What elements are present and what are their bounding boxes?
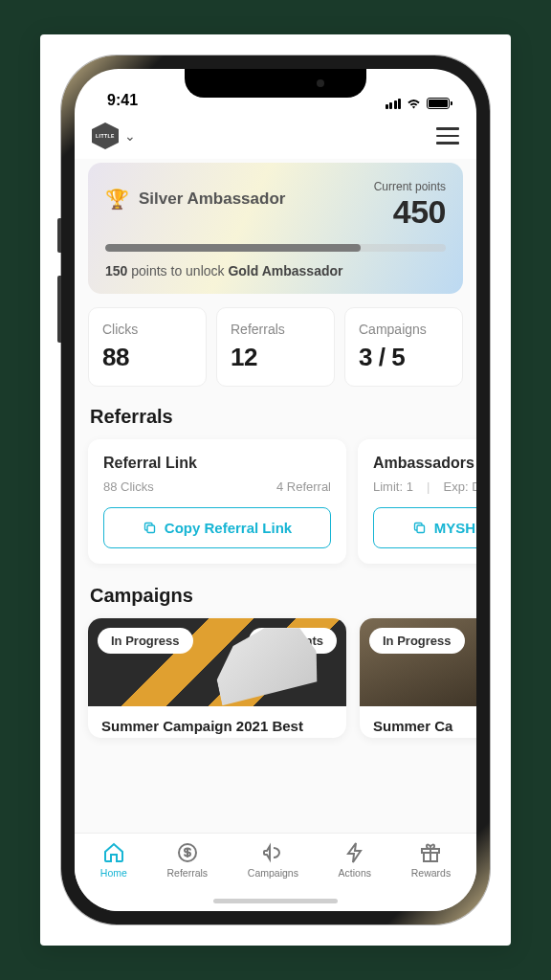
unlock-mid: points to unlock — [127, 263, 228, 278]
referral-card-title: Ambassadors Frie — [373, 455, 476, 472]
home-indicator[interactable] — [213, 899, 338, 903]
copy-referral-button[interactable]: Copy Referral Link — [103, 507, 331, 548]
tier-unlock-text: 150 points to unlock Gold Ambassador — [105, 263, 446, 278]
brand-logo: LITTLE — [92, 122, 119, 149]
status-icons — [386, 98, 451, 109]
camera-dot — [317, 79, 324, 87]
nav-rewards[interactable]: Rewards — [411, 841, 451, 879]
home-icon — [102, 841, 125, 864]
referral-limit: Limit: 1 — [373, 479, 413, 494]
nav-label: Campaigns — [248, 867, 298, 879]
app-header: LITTLE ⌄ — [75, 113, 476, 159]
chevron-down-icon: ⌄ — [124, 128, 136, 144]
cellular-icon — [386, 99, 402, 109]
tier-progress-fill — [105, 244, 361, 252]
phone-frame: 9:41 LITTLE ⌄ 🏆 Silver Ambassador — [61, 56, 490, 924]
stat-card-referrals[interactable]: Referrals 12 — [216, 307, 335, 387]
points-value: 450 — [374, 193, 446, 231]
copy-icon — [143, 521, 157, 535]
brand-logo-text: LITTLE — [96, 133, 115, 139]
referral-card-title: Referral Link — [103, 455, 331, 472]
copy-code-button[interactable]: MYSH — [373, 507, 476, 548]
unlock-target: Gold Ambassador — [228, 263, 342, 278]
screen: 9:41 LITTLE ⌄ 🏆 Silver Ambassador — [75, 69, 476, 911]
gift-icon — [419, 841, 442, 864]
main-content: 🏆 Silver Ambassador Current points 450 1… — [75, 159, 476, 833]
stats-row: Clicks 88 Referrals 12 Campaigns 3 / 5 — [88, 307, 463, 387]
device-mockup-frame: 9:41 LITTLE ⌄ 🏆 Silver Ambassador — [40, 34, 511, 946]
copy-button-label: Copy Referral Link — [165, 520, 292, 536]
points-label: Current points — [374, 180, 446, 193]
stat-card-clicks[interactable]: Clicks 88 — [88, 307, 207, 387]
notch — [185, 69, 366, 98]
stat-value: 12 — [231, 343, 320, 372]
nav-label: Rewards — [411, 867, 451, 879]
nav-label: Home — [100, 867, 127, 879]
referral-cards-row: Referral Link 88 Clicks 4 Referral Copy … — [88, 439, 463, 564]
section-title-referrals: Referrals — [90, 406, 461, 428]
trophy-icon: 🏆 — [105, 188, 129, 211]
status-badge: In Progress — [98, 628, 193, 654]
referral-card-ambassadors[interactable]: Ambassadors Frie Limit: 1 | Exp: Dec. 30… — [358, 439, 476, 564]
svg-rect-1 — [417, 525, 425, 533]
stat-label: Referrals — [231, 322, 320, 337]
tier-card[interactable]: 🏆 Silver Ambassador Current points 450 1… — [88, 163, 463, 294]
nav-label: Referrals — [167, 867, 209, 879]
stat-value: 88 — [102, 343, 192, 372]
lightning-icon — [343, 841, 366, 864]
campaign-title: Summer Campaign 2021 Best — [88, 706, 346, 738]
nav-label: Actions — [339, 867, 371, 879]
nav-actions[interactable]: Actions — [339, 841, 371, 879]
tier-progress-bar — [105, 244, 446, 252]
svg-rect-0 — [147, 525, 155, 533]
brand-selector[interactable]: LITTLE ⌄ — [92, 122, 136, 149]
nav-home[interactable]: Home — [100, 841, 127, 879]
stat-value: 3 / 5 — [359, 343, 449, 372]
campaign-cards-row: In Progress 100 points Summer Campaign 2… — [88, 618, 463, 738]
stat-card-campaigns[interactable]: Campaigns 3 / 5 — [344, 307, 463, 387]
wifi-icon — [406, 98, 422, 109]
campaign-image: In Progress — [360, 618, 476, 706]
referral-expiry: Exp: Dec. 30 — [444, 479, 476, 494]
referral-count: 4 Referral — [276, 479, 331, 494]
copy-code-label: MYSH — [434, 520, 475, 536]
nav-campaigns[interactable]: Campaigns — [248, 841, 298, 879]
nav-referrals[interactable]: Referrals — [167, 841, 209, 879]
stat-label: Clicks — [102, 322, 192, 337]
campaign-image: In Progress 100 points — [88, 618, 346, 706]
megaphone-icon — [261, 841, 284, 864]
unlock-points: 150 — [105, 263, 127, 278]
status-badge: In Progress — [369, 628, 465, 654]
battery-icon — [427, 98, 450, 109]
bottom-nav: Home Referrals Campaigns Actions Rewards — [75, 833, 476, 911]
section-title-campaigns: Campaigns — [90, 585, 461, 607]
campaign-title: Summer Ca — [360, 706, 476, 738]
status-time: 9:41 — [107, 92, 138, 109]
stat-label: Campaigns — [359, 322, 449, 337]
referral-card-link[interactable]: Referral Link 88 Clicks 4 Referral Copy … — [88, 439, 346, 564]
copy-icon — [412, 521, 427, 535]
dollar-icon — [176, 841, 199, 864]
campaign-card[interactable]: In Progress 100 points Summer Campaign 2… — [88, 618, 346, 738]
tier-name: Silver Ambassador — [139, 189, 285, 209]
menu-button[interactable] — [436, 127, 459, 145]
referral-clicks: 88 Clicks — [103, 479, 154, 494]
campaign-card[interactable]: In Progress Summer Ca — [360, 618, 476, 738]
